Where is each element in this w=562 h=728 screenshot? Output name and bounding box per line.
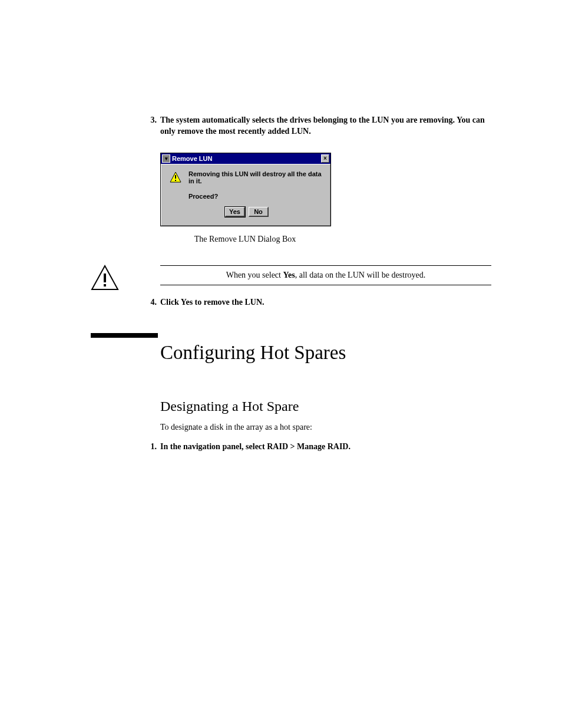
close-icon[interactable]: × <box>321 154 329 163</box>
svg-rect-5 <box>104 284 106 286</box>
dialog-titlebar: ▾ Remove LUN × <box>161 153 330 164</box>
step-4: 4. Click Yes to remove the LUN. <box>160 297 491 308</box>
remove-lun-figure: ▾ Remove LUN × Removing this LUN will de… <box>160 153 491 244</box>
svg-rect-1 <box>175 175 176 179</box>
step-text: Click Yes to remove the LUN. <box>160 297 491 308</box>
caution-block: When you select Yes, all data on the LUN… <box>160 265 491 285</box>
step-number: 1. <box>145 442 157 453</box>
heading-configuring-hot-spares: Configuring Hot Spares <box>160 341 491 365</box>
dialog-button-row: Yes No <box>170 207 324 217</box>
caution-text: When you select Yes, all data on the LUN… <box>160 271 491 280</box>
no-button[interactable]: No <box>249 207 269 217</box>
step-number: 3. <box>145 115 157 137</box>
svg-rect-4 <box>104 274 106 282</box>
figure-caption: The Remove LUN Dialog Box <box>160 235 330 244</box>
yes-button[interactable]: Yes <box>225 207 245 217</box>
dialog-message: Removing this LUN will destroy all the d… <box>189 170 324 185</box>
caution-bold: Yes <box>283 271 295 279</box>
heading-designating-a-hot-spare: Designating a Hot Spare <box>160 398 491 414</box>
dialog-body: Removing this LUN will destroy all the d… <box>161 164 330 226</box>
caution-suffix: , all data on the LUN will be destroyed. <box>295 271 426 279</box>
dialog-prompt: Proceed? <box>189 193 324 200</box>
dialog-title: Remove LUN <box>172 155 321 162</box>
dialog-message-row: Removing this LUN will destroy all the d… <box>170 170 324 185</box>
section-heading-block: Configuring Hot Spares <box>160 341 491 365</box>
section-rule <box>91 333 158 338</box>
caution-icon <box>91 265 119 291</box>
step-number: 4. <box>145 297 157 308</box>
caution-prefix: When you select <box>226 271 283 279</box>
system-menu-icon[interactable]: ▾ <box>162 154 170 163</box>
remove-lun-dialog: ▾ Remove LUN × Removing this LUN will de… <box>160 153 331 226</box>
step-text: The system automatically selects the dri… <box>160 115 491 137</box>
step-1: 1. In the navigation panel, select RAID … <box>160 442 491 453</box>
svg-rect-2 <box>175 180 176 181</box>
step-3: 3. The system automatically selects the … <box>160 115 491 137</box>
warning-icon <box>170 172 181 183</box>
document-page: 3. The system automatically selects the … <box>0 0 562 728</box>
step-text: In the navigation panel, select RAID > M… <box>160 442 491 453</box>
intro-text: To designate a disk in the array as a ho… <box>160 423 491 432</box>
